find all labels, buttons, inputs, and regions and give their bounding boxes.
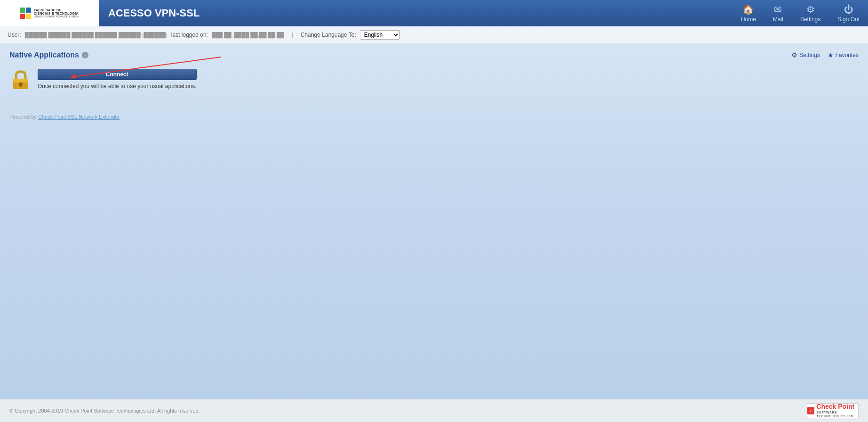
user-info: ██████ ██████ ██████ ██████ ██████ (████… [25,32,167,38]
footer: © Copyright 2004-2019 Check Point Softwa… [0,399,868,422]
svg-rect-3 [20,84,22,87]
settings-action[interactable]: ⚙ Settings [791,51,820,59]
last-logged-label: last logged on: [171,32,208,38]
university-sub: UNIVERSIDADE NOVA DE LISBOA [34,15,79,18]
user-label: User: [8,32,21,38]
nav-signout[interactable]: ⏻ Sign Out [829,0,868,26]
powered-link[interactable]: Check Point SSL Network Extender [38,114,119,120]
favorites-action[interactable]: ★ Favorites [828,51,859,59]
change-lang-label: Change Language To: [301,32,356,38]
logo-icon [20,8,31,19]
user-bar: User: ██████ ██████ ██████ ██████ ██████… [0,26,868,43]
signout-icon: ⏻ [844,4,853,15]
language-select[interactable]: English Português Español Français Deuts… [360,30,400,40]
svg-text:✓: ✓ [809,408,812,413]
settings-label: Settings [799,52,820,58]
main-nav: 🏠 Home ✉ Mail ⚙ Settings ⏻ Sign Out [733,0,868,26]
svg-rect-1 [13,79,28,82]
separator: | [292,32,293,38]
nav-settings-label: Settings [800,16,820,23]
nav-settings[interactable]: ⚙ Settings [792,0,829,26]
powered-by: Powered by Check Point SSL Network Exten… [9,114,859,120]
main-content: Native Applications i ⚙ Settings ★ Favor… [0,43,868,399]
connect-block: Connect Once connected you will be able … [38,69,197,89]
favorites-star-icon: ★ [828,51,834,59]
section-title: Native Applications [9,51,79,59]
nav-mail[interactable]: ✉ Mail [764,0,792,26]
logo: FACULDADE DE CIÊNCIAS E TECNOLOGIA UNIVE… [0,0,99,26]
favorites-label: Favorites [836,52,859,58]
nav-home[interactable]: 🏠 Home [733,0,764,26]
brand-sub: SOFTWARE TECHNOLOGIES LTD. [816,411,858,419]
settings-gear-icon: ⚙ [791,51,797,59]
nav-signout-label: Sign Out [837,16,860,23]
section-actions: ⚙ Settings ★ Favorites [791,51,859,59]
connect-description: Once connected you will be able to use y… [38,83,197,89]
home-icon: 🏠 [742,4,754,15]
university-name: FACULDADE DE [34,8,79,12]
mail-icon: ✉ [774,4,782,15]
nav-home-label: Home [741,16,756,23]
copyright-text: © Copyright 2004-2019 Check Point Softwa… [9,408,200,414]
header: FACULDADE DE CIÊNCIAS E TECNOLOGIA UNIVE… [0,0,868,26]
checkpoint-logo: ✓ Check Point SOFTWARE TECHNOLOGIES LTD. [807,403,859,418]
info-icon[interactable]: i [82,52,88,58]
settings-icon: ⚙ [806,4,815,15]
footer-brand: ✓ Check Point SOFTWARE TECHNOLOGIES LTD. [807,403,859,418]
brand-name: Check Point [816,403,858,411]
lock-icon [9,69,32,91]
section-header: Native Applications i ⚙ Settings ★ Favor… [9,51,859,59]
checkpoint-logo-icon: ✓ [807,406,814,416]
university-name2: CIÊNCIAS E TECNOLOGIA [34,12,79,15]
nav-mail-label: Mail [773,16,783,23]
native-app-section: Connect Once connected you will be able … [9,65,859,95]
section-title-row: Native Applications i [9,51,88,59]
page-title: ACESSO VPN-SSL [99,7,733,19]
last-logged-value: ███ ██, ████ ██:██ ██:██ [212,32,284,38]
connect-button[interactable]: Connect [38,69,197,80]
